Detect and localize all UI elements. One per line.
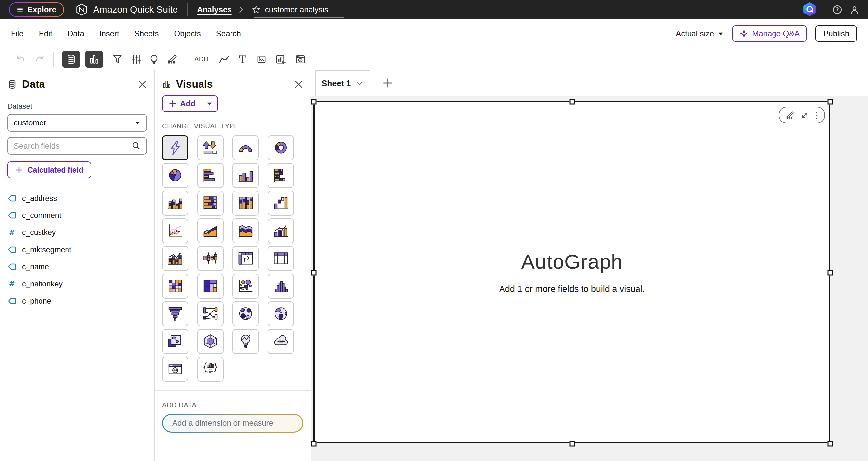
- visual-type-line-chart[interactable]: [162, 218, 188, 243]
- visual-type-histogram[interactable]: [268, 274, 294, 299]
- redo-icon[interactable]: [35, 54, 45, 64]
- calculated-field-button[interactable]: Calculated field: [7, 161, 91, 179]
- dataset-select-value: customer: [14, 118, 46, 127]
- field-c_name[interactable]: c_name: [7, 258, 147, 275]
- edit-visual-icon[interactable]: [166, 54, 178, 65]
- visual-type-pie-chart[interactable]: [162, 163, 188, 188]
- visual-type-stacked-area-chart[interactable]: [232, 218, 259, 243]
- visual-type-pivot-table[interactable]: [232, 246, 259, 271]
- visual-icon[interactable]: [275, 54, 286, 65]
- explore-button[interactable]: Explore: [9, 2, 64, 17]
- visual-type-vertical-stacked-bar-chart[interactable]: [162, 191, 188, 216]
- chevron-down-icon[interactable]: [355, 80, 364, 87]
- controls-icon[interactable]: [131, 54, 142, 65]
- resize-handle-top-center[interactable]: [570, 99, 575, 105]
- help-icon[interactable]: ?: [832, 5, 842, 14]
- menu-icon[interactable]: [815, 111, 818, 120]
- visual-type-funnel-chart[interactable]: [162, 301, 188, 326]
- visual-type-insights[interactable]: [232, 329, 259, 354]
- visual-type-heat-map[interactable]: [162, 274, 188, 299]
- image-icon[interactable]: [256, 54, 267, 64]
- field-c_custkey[interactable]: #c_custkey: [7, 224, 147, 241]
- visual-type-custom-visual[interactable]: [162, 357, 188, 382]
- insights-icon[interactable]: [149, 54, 159, 65]
- visual-type-vertical-bar-chart[interactable]: [232, 163, 259, 188]
- visual-type-points-on-map[interactable]: [232, 301, 259, 326]
- tab-sheet-1[interactable]: Sheet 1: [315, 70, 370, 96]
- resize-handle-top-left[interactable]: [311, 99, 317, 105]
- visual-type-word-cloud[interactable]: [268, 329, 294, 354]
- visual-type-narrative[interactable]: [197, 357, 224, 382]
- document-title[interactable]: customer analysis: [265, 5, 328, 14]
- visuals-panel-toggle[interactable]: [85, 51, 103, 68]
- menu-objects[interactable]: Objects: [174, 29, 200, 38]
- visual-type-radar-chart[interactable]: [197, 329, 224, 354]
- menu-insert[interactable]: Insert: [99, 29, 119, 38]
- user-icon[interactable]: [849, 5, 860, 14]
- publish-button[interactable]: Publish: [815, 25, 857, 42]
- visual-type-horizontal-bar-chart[interactable]: [197, 163, 224, 188]
- field-c_mktsegment[interactable]: c_mktsegment: [7, 241, 147, 258]
- resize-handle-top-right[interactable]: [828, 99, 833, 105]
- top-app-bar: Explore Amazon Quick Suite Analyses cust…: [0, 0, 868, 19]
- edit-visual-icon[interactable]: [785, 111, 795, 120]
- visual-type-area-chart[interactable]: [197, 218, 224, 243]
- visual-type-box-plot[interactable]: [197, 246, 224, 271]
- visual-type-horizontal-stacked-100-bar-chart[interactable]: [197, 191, 224, 216]
- visual-type-kpi[interactable]: [197, 135, 224, 160]
- manage-qa-button[interactable]: Manage Q&A: [732, 25, 807, 42]
- selected-visual[interactable]: AutoGraph Add 1 or more fields to build …: [313, 101, 831, 443]
- menu-file[interactable]: File: [11, 29, 24, 38]
- resize-handle-bottom-left[interactable]: [311, 441, 317, 447]
- visual-type-map-layers[interactable]: [162, 329, 188, 354]
- field-c_comment[interactable]: c_comment: [7, 207, 147, 224]
- field-c_nationkey[interactable]: #c_nationkey: [7, 275, 147, 293]
- visual-type-combo-chart[interactable]: [268, 218, 294, 243]
- visual-type-sankey-diagram[interactable]: [197, 301, 224, 326]
- line-chart-icon[interactable]: [219, 54, 229, 64]
- quick-suite-app-icon[interactable]: [802, 2, 817, 17]
- breadcrumb-analyses[interactable]: Analyses: [197, 5, 231, 14]
- resize-handle-middle-right[interactable]: [828, 270, 833, 276]
- visual-type-horizontal-stacked-bar-chart[interactable]: [268, 163, 294, 188]
- visual-type-table[interactable]: [268, 246, 294, 271]
- visual-type-filled-map[interactable]: [268, 301, 294, 326]
- menu-search[interactable]: Search: [216, 29, 241, 38]
- add-visual-button[interactable]: Add: [163, 96, 202, 111]
- close-icon[interactable]: [137, 80, 147, 89]
- add-dimension-or-measure-well[interactable]: Add a dimension or measure: [162, 413, 303, 433]
- field-c_address[interactable]: c_address: [7, 190, 147, 207]
- menu-data[interactable]: Data: [67, 29, 84, 38]
- menu-edit[interactable]: Edit: [39, 29, 52, 38]
- visual-type-waterfall-chart[interactable]: [268, 191, 294, 216]
- visual-type-gauge[interactable]: [232, 135, 259, 160]
- expand-icon[interactable]: [801, 111, 809, 120]
- add-sheet-button[interactable]: [382, 78, 393, 88]
- resize-handle-middle-left[interactable]: [311, 270, 317, 276]
- search-fields-input[interactable]: [13, 141, 132, 151]
- dataset-select[interactable]: customer: [7, 114, 147, 132]
- embed-icon[interactable]: [295, 54, 306, 65]
- zoom-select[interactable]: Actual size: [676, 29, 724, 38]
- visual-type-autograph[interactable]: [162, 135, 188, 160]
- plus-icon: [168, 100, 177, 108]
- data-icon: [7, 79, 17, 89]
- undo-icon[interactable]: [15, 54, 26, 64]
- visual-type-vertical-stacked-100-bar-chart[interactable]: [232, 191, 259, 216]
- visual-type-stacked-combo-chart[interactable]: [162, 246, 188, 271]
- svg-text:?: ?: [836, 7, 839, 12]
- close-icon[interactable]: [294, 80, 303, 89]
- favorite-star-icon[interactable]: [252, 5, 261, 14]
- data-panel-toggle[interactable]: [62, 51, 80, 68]
- visual-type-donut-chart[interactable]: [268, 135, 294, 160]
- menu-sheets[interactable]: Sheets: [134, 29, 159, 38]
- text-icon[interactable]: [238, 54, 248, 65]
- resize-handle-bottom-center[interactable]: [570, 441, 575, 447]
- filter-icon[interactable]: [112, 54, 123, 65]
- search-icon[interactable]: [132, 141, 141, 151]
- resize-handle-bottom-right[interactable]: [828, 441, 833, 447]
- add-visual-caret-button[interactable]: [202, 96, 217, 111]
- field-c_phone[interactable]: c_phone: [7, 293, 147, 310]
- visual-type-tree-map[interactable]: [197, 274, 224, 299]
- visual-type-scatter-plot[interactable]: [232, 274, 259, 299]
